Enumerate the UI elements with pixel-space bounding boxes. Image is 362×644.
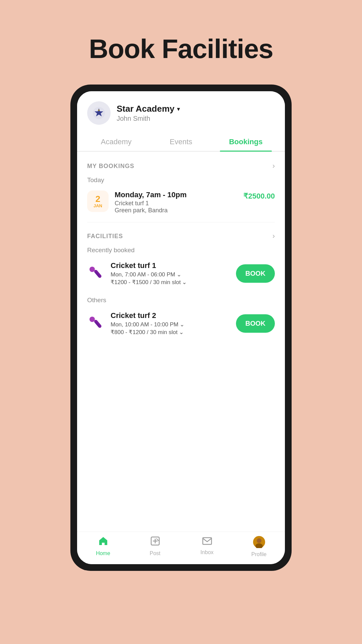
academy-name-row: Star Academy ▾ (117, 104, 180, 114)
facility-card-2: Cricket turf 2 Mon, 10:00 AM - 10:00 PM … (77, 305, 285, 342)
facility-time-1: Mon, 7:00 AM - 06:00 PM ⌄ (111, 271, 230, 278)
booking-info: Monday, 7am - 10pm Cricket turf 1 Green … (115, 191, 237, 214)
date-number: 2 (96, 195, 100, 203)
academy-name: Star Academy (117, 104, 174, 114)
my-bookings-header[interactable]: MY BOOKINGS › (77, 155, 285, 174)
nav-inbox[interactable]: Inbox (181, 536, 233, 557)
others-label: Others (77, 292, 285, 305)
dropdown-icon: ▾ (177, 105, 180, 113)
page-title: Book Facilities (89, 34, 273, 64)
nav-profile-label: Profile (251, 551, 266, 557)
my-bookings-chevron: › (273, 162, 275, 170)
tab-events[interactable]: Events (148, 131, 213, 151)
facility-name-2: Cricket turf 2 (111, 311, 230, 320)
tabs: Academy Events Bookings (77, 131, 285, 152)
booking-venue: Cricket turf 1 (115, 200, 237, 207)
booking-card[interactable]: 2 JAN Monday, 7am - 10pm Cricket turf 1 … (77, 185, 285, 219)
post-icon (150, 536, 160, 548)
academy-logo (87, 101, 111, 125)
facility-name-1: Cricket turf 1 (111, 261, 230, 270)
nav-post-label: Post (149, 550, 160, 556)
svg-point-3 (89, 267, 95, 272)
booking-location: Green park, Bandra (115, 207, 237, 214)
tab-academy[interactable]: Academy (84, 131, 148, 151)
svg-point-6 (89, 317, 95, 322)
facility-card-1: Cricket turf 1 Mon, 7:00 AM - 06:00 PM ⌄… (77, 255, 285, 292)
my-bookings-title: MY BOOKINGS (87, 163, 134, 170)
facility-price-2: ₹800 - ₹1200 / 30 min slot ⌄ (111, 329, 230, 336)
tab-bookings[interactable]: Bookings (214, 131, 278, 151)
nav-inbox-label: Inbox (200, 549, 214, 555)
svg-point-15 (257, 538, 261, 543)
facilities-header[interactable]: FACILITIES › (77, 225, 285, 244)
inbox-icon (202, 536, 212, 547)
facilities-title: FACILITIES (87, 233, 123, 240)
facility-info-2: Cricket turf 2 Mon, 10:00 AM - 10:00 PM … (111, 311, 230, 336)
content-area: MY BOOKINGS › Today 2 JAN Monday, 7am - … (77, 152, 285, 532)
user-name: John Smith (117, 115, 180, 122)
profile-avatar (253, 536, 265, 549)
cricket-icon-1 (87, 265, 105, 282)
today-label: Today (77, 174, 285, 185)
academy-info[interactable]: Star Academy ▾ John Smith (117, 104, 180, 122)
facility-info-1: Cricket turf 1 Mon, 7:00 AM - 06:00 PM ⌄… (111, 261, 230, 286)
nav-profile[interactable]: Profile (233, 536, 285, 557)
booking-time: Monday, 7am - 10pm (115, 191, 237, 199)
phone-screen: Star Academy ▾ John Smith Academy Events… (77, 91, 285, 564)
book-button-2[interactable]: BOOK (236, 314, 275, 333)
nav-home-label: Home (96, 550, 110, 556)
home-icon (98, 536, 108, 548)
date-badge: 2 JAN (87, 191, 109, 212)
booking-price: ₹2500.00 (243, 192, 275, 201)
date-month: JAN (94, 203, 102, 208)
svg-line-12 (157, 539, 159, 541)
cricket-icon-2 (87, 315, 105, 332)
nav-post[interactable]: Post (129, 536, 181, 557)
nav-home[interactable]: Home (77, 536, 129, 557)
svg-rect-13 (203, 538, 212, 544)
recently-booked-label: Recently booked (77, 244, 285, 255)
facility-time-2: Mon, 10:00 AM - 10:00 PM ⌄ (111, 321, 230, 328)
header: Star Academy ▾ John Smith (77, 91, 285, 131)
divider-1 (87, 222, 275, 222)
bottom-nav: Home Post (77, 532, 285, 564)
facilities-chevron: › (273, 232, 275, 240)
facility-price-1: ₹1200 - ₹1500 / 30 min slot ⌄ (111, 279, 230, 286)
phone-frame: Star Academy ▾ John Smith Academy Events… (70, 85, 292, 571)
book-button-1[interactable]: BOOK (236, 264, 275, 283)
